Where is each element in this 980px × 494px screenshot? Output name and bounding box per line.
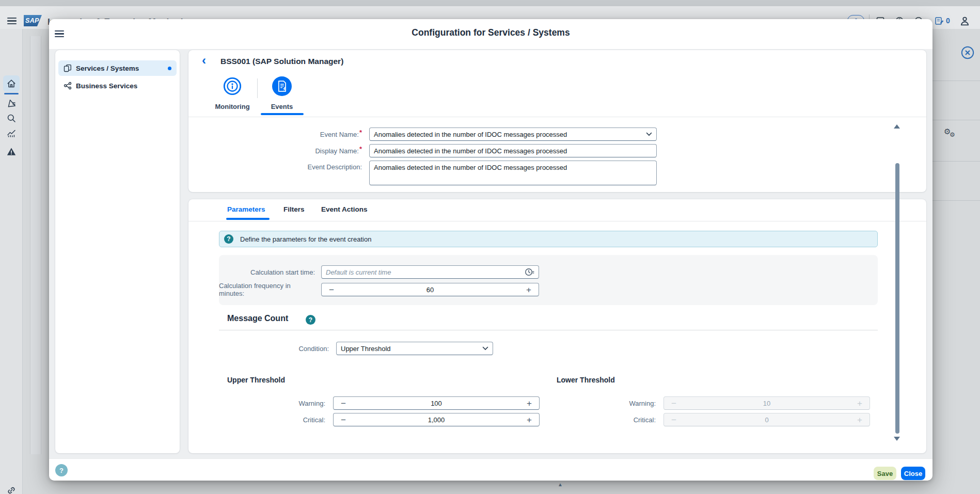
search-icon (6, 113, 17, 123)
sidebar-item-label: Services / Systems (76, 65, 164, 72)
decrement-button[interactable]: − (339, 416, 348, 424)
detail-panel: ‹ BSS001 (SAP Solution Manager) Monitori… (188, 50, 926, 453)
situation-icon (6, 98, 17, 108)
icon-tab-separator (257, 78, 258, 98)
event-name-select[interactable]: Anomalies detected in the number of IDOC… (369, 128, 657, 141)
scrollbar-down-button[interactable] (894, 437, 900, 441)
window-top-strip (0, 0, 980, 6)
profile-icon[interactable] (959, 15, 970, 26)
increment-button[interactable]: + (524, 285, 533, 294)
frequency-label: Calculation frequency in minutes: (219, 283, 315, 296)
lower-warning-value: 10 (678, 400, 855, 407)
event-description-textarea[interactable]: Anomalies detected in the number of IDOC… (369, 161, 657, 185)
shell-menu-button[interactable] (7, 18, 17, 24)
decrement-button[interactable]: − (339, 399, 348, 408)
upper-critical-label: Critical: (271, 413, 325, 426)
increment-button[interactable]: + (525, 416, 534, 424)
notification-log-icon[interactable] (935, 16, 944, 26)
decrement-button: − (669, 399, 678, 408)
message-count-help-button[interactable]: ? (306, 315, 315, 325)
left-rail (0, 29, 23, 494)
background-row-line (932, 81, 980, 81)
dialog-sidebar: Services / Systems Business Services (55, 50, 180, 453)
rail-analytics-button[interactable] (6, 128, 17, 138)
start-time-input[interactable]: Default is current time (321, 265, 539, 279)
selection-dot (168, 67, 171, 70)
close-button[interactable]: Close (901, 467, 925, 480)
background-gears-icon: ⚙⚙ (944, 127, 959, 140)
frequency-value[interactable]: 60 (336, 286, 524, 294)
decrement-button: − (669, 416, 678, 424)
help-icon: ? (224, 234, 233, 244)
parameters-section: Parameters Filters Event Actions ? Defin… (188, 199, 926, 453)
rail-alerts-button[interactable] (6, 147, 17, 157)
services-systems-icon (64, 64, 72, 72)
tab-filters[interactable]: Filters (283, 205, 305, 213)
start-time-placeholder: Default is current time (322, 268, 525, 276)
background-row-line (932, 120, 980, 120)
sidebar-item-services-systems[interactable]: Services / Systems (58, 60, 177, 76)
business-services-icon (64, 82, 72, 90)
tab-events-label: Events (259, 103, 305, 110)
upper-threshold-heading: Upper Threshold (227, 376, 285, 384)
background-row-line (932, 200, 980, 201)
sap-logo-text: SAP (24, 17, 39, 24)
display-name-input[interactable] (370, 145, 656, 157)
section-divider (219, 330, 878, 330)
frequency-stepper[interactable]: − 60 + (321, 283, 539, 296)
rail-link-button[interactable] (6, 485, 17, 494)
detail-title: BSS001 (SAP Solution Manager) (220, 57, 343, 66)
decrement-button[interactable]: − (327, 285, 336, 294)
configuration-dialog: Configuration for Services / Systems Ser… (49, 19, 932, 481)
background-close-button[interactable] (960, 45, 975, 60)
upper-critical-value[interactable]: 1,000 (348, 416, 525, 424)
increment-button: + (855, 399, 864, 408)
sap-logo: SAP (24, 15, 42, 26)
background-row-line (932, 161, 980, 162)
display-name-label: Display Name:* (266, 145, 362, 157)
start-time-label: Calculation start time: (219, 265, 315, 279)
tab-parameters[interactable]: Parameters (227, 205, 265, 213)
event-name-label: Event Name:* (266, 128, 362, 141)
rail-home-active-indicator (4, 93, 19, 94)
events-icon (272, 76, 292, 96)
sidebar-item-business-services[interactable]: Business Services (58, 78, 177, 93)
rail-home-button[interactable] (3, 75, 20, 92)
help-button[interactable]: ? (55, 464, 68, 476)
detail-header-section: ‹ BSS001 (SAP Solution Manager) Monitori… (188, 50, 926, 192)
back-icon: ‹ (202, 53, 206, 68)
scrollbar-up-button[interactable] (894, 124, 900, 129)
dialog-footer: ? Save Close (49, 458, 932, 481)
increment-button: + (855, 416, 864, 424)
notification-count: 0 (946, 17, 950, 25)
tab-event-actions[interactable]: Event Actions (321, 205, 368, 213)
background-scroll-top-indicator[interactable]: ▲ (558, 482, 563, 487)
link-icon (6, 485, 17, 494)
upper-critical-stepper[interactable]: − 1,000 + (333, 413, 540, 426)
tab-parameters-active-underline (226, 218, 270, 220)
increment-button[interactable]: + (525, 399, 534, 408)
sidebar-item-label: Business Services (76, 82, 171, 90)
chevron-down-icon (482, 346, 488, 350)
save-button[interactable]: Save (874, 467, 896, 480)
dialog-header: Configuration for Services / Systems (49, 19, 932, 49)
background-panel-edge (30, 36, 41, 454)
condition-select[interactable]: Upper Threshold (336, 342, 493, 355)
icon-tab-divider (188, 117, 926, 117)
datetime-picker-icon[interactable] (525, 267, 534, 277)
scrollbar-thumb[interactable] (895, 163, 899, 434)
required-marker: * (359, 128, 362, 137)
rail-situations-button[interactable] (6, 98, 17, 108)
back-button[interactable]: ‹ (198, 53, 210, 68)
condition-label: Condition: (240, 342, 329, 355)
upper-warning-value[interactable]: 100 (348, 400, 525, 407)
lower-critical-label: Critical: (602, 413, 656, 426)
event-description-label: Event Description: (266, 162, 362, 171)
upper-warning-stepper[interactable]: − 100 + (333, 396, 540, 410)
monitoring-icon (223, 76, 242, 96)
screen: SAP Integration & Exception Monitoring 0 (0, 0, 980, 494)
tab-strip-divider (188, 221, 926, 221)
tab-monitoring-label: Monitoring (209, 103, 256, 110)
dialog-title: Configuration for Services / Systems (49, 27, 932, 38)
rail-search-button[interactable] (6, 113, 17, 123)
